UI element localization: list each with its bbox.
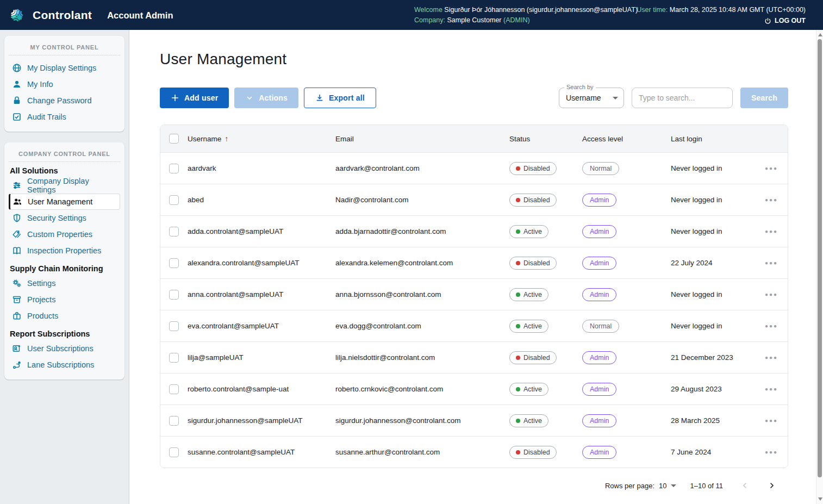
power-icon [764, 17, 771, 24]
brand-name: Controlant [33, 9, 92, 22]
sidebar-item-projects[interactable]: Projects [9, 291, 120, 308]
actions-button[interactable]: Actions [234, 88, 298, 108]
row-checkbox[interactable] [169, 195, 179, 205]
status-badge: Active [509, 225, 548, 238]
cell-username: adda.controlant@sampleUAT [188, 227, 335, 235]
table-row[interactable]: lilja@sampleUAT lilja.nielsdottir@contro… [160, 341, 788, 373]
sidebar-item-label: Products [27, 312, 58, 320]
scroll-up-arrow-icon[interactable] [818, 33, 822, 36]
row-actions-menu-icon[interactable]: ●●● [755, 418, 788, 424]
export-all-button[interactable]: Export all [304, 88, 376, 108]
row-checkbox[interactable] [169, 321, 179, 331]
sidebar-item-user-management[interactable]: User Management [9, 194, 120, 210]
users-table: Username ↑ Email Status Access level Las… [160, 125, 788, 468]
previous-page-button[interactable] [740, 481, 749, 490]
column-header-username[interactable]: Username ↑ [188, 134, 335, 143]
status-badge: Active [509, 414, 548, 427]
column-header-last-login[interactable]: Last login [671, 135, 755, 143]
access-badge: Admin [582, 383, 616, 396]
cell-email: eva.dogg@controlant.com [335, 322, 509, 330]
cell-last-login: Never logged in [671, 227, 755, 235]
status-badge: Disabled [509, 194, 557, 207]
cell-last-login: 7 June 2024 [671, 448, 755, 456]
cell-username: abed [188, 196, 335, 204]
table-row[interactable]: eva.controlant@sampleUAT eva.dogg@contro… [160, 310, 788, 341]
select-all-checkbox[interactable] [169, 134, 179, 144]
sidebar-item-inspection-properties[interactable]: Inspection Properties [9, 242, 120, 259]
column-header-email[interactable]: Email [335, 135, 509, 143]
row-checkbox[interactable] [169, 164, 179, 173]
table-row[interactable]: adda.controlant@sampleUAT adda.bjarnadot… [160, 215, 788, 247]
row-actions-menu-icon[interactable]: ●●● [755, 386, 788, 392]
sidebar-item-change-password[interactable]: Change Password [9, 92, 120, 109]
sidebar-item-settings[interactable]: Settings [9, 275, 120, 291]
sidebar-item-audit-trails[interactable]: Audit Trails [9, 109, 120, 125]
table-row[interactable]: sigurdur.johannesson@sampleUAT sigurdur.… [160, 405, 788, 436]
row-actions-menu-icon[interactable]: ●●● [755, 354, 788, 360]
search-by-value: Username [566, 94, 613, 102]
row-checkbox[interactable] [169, 258, 179, 268]
welcome-line: Welcome Sigurður Þór Jóhannesson (sigurd… [414, 5, 638, 15]
search-button[interactable]: Search [740, 88, 788, 108]
search-input[interactable] [632, 88, 733, 108]
add-user-button[interactable]: Add user [160, 88, 229, 108]
access-badge: Admin [582, 257, 616, 270]
row-actions-menu-icon[interactable]: ●●● [755, 449, 788, 455]
table-row[interactable]: abed Nadir@controlant.com Disabled Admin… [160, 184, 788, 215]
company-control-panel: COMPANY CONTROL PANEL All Solutions Comp… [4, 142, 124, 379]
sidebar-item-label: Inspection Properties [27, 246, 101, 255]
cell-username: susanne.controlant@sampleUAT [188, 448, 335, 456]
cell-email: susanne.arthur@controlant.com [335, 448, 509, 456]
search-by-select[interactable]: Search by Username [559, 88, 624, 108]
row-checkbox[interactable] [169, 353, 179, 363]
vertical-scrollbar[interactable] [816, 30, 823, 504]
scroll-down-arrow-icon[interactable] [818, 497, 822, 501]
main-content: User Management Add user Actions Export … [129, 30, 823, 504]
row-actions-menu-icon[interactable]: ●●● [755, 228, 788, 234]
cell-email: sigurdur.johannesson@controlant.com [335, 416, 509, 425]
cell-email: roberto.crnkovic@controlant.com [335, 385, 509, 393]
status-badge: Disabled [509, 162, 557, 175]
row-actions-menu-icon[interactable]: ●●● [755, 291, 788, 297]
rows-per-page-label: Rows per page: [605, 482, 654, 490]
next-page-button[interactable] [768, 481, 776, 490]
table-row[interactable]: roberto.controlant@sample-uat roberto.cr… [160, 373, 788, 405]
row-checkbox[interactable] [169, 416, 179, 426]
cell-last-login: Never logged in [671, 290, 755, 298]
caret-down-icon [671, 484, 676, 487]
row-actions-menu-icon[interactable]: ●●● [755, 165, 788, 171]
logout-label: LOG OUT [775, 16, 806, 26]
table-row[interactable]: susanne.controlant@sampleUAT susanne.art… [160, 436, 788, 468]
table-row[interactable]: aardvark aardvark@controlant.com Disable… [160, 152, 788, 184]
user-card-icon [12, 344, 22, 353]
logout-button[interactable]: LOG OUT [764, 16, 806, 26]
scrollbar-thumb[interactable] [818, 39, 822, 477]
app-title: Account Admin [107, 10, 173, 21]
sidebar-item-my-display-settings[interactable]: My Display Settings [9, 60, 120, 76]
pagination-range: 1–10 of 11 [690, 482, 723, 490]
row-checkbox[interactable] [169, 290, 179, 300]
row-checkbox[interactable] [169, 384, 179, 394]
rows-per-page-select[interactable]: 10 [659, 482, 676, 490]
user-time-value: March 28, 2025 10:48 AM GMT (UTC+00:00) [670, 6, 806, 14]
row-actions-menu-icon[interactable]: ●●● [755, 260, 788, 266]
table-row[interactable]: alexandra.controlant@sampleUAT alexandra… [160, 247, 788, 278]
column-header-access-level[interactable]: Access level [582, 135, 671, 143]
sidebar-item-my-info[interactable]: My Info [9, 76, 120, 92]
column-header-status[interactable]: Status [509, 135, 582, 143]
sidebar-item-company-display-settings[interactable]: Company Display Settings [9, 177, 120, 194]
row-actions-menu-icon[interactable]: ●●● [755, 197, 788, 203]
row-checkbox[interactable] [169, 227, 179, 237]
row-checkbox[interactable] [169, 447, 179, 457]
globe-icon [12, 63, 22, 73]
cell-username: eva.controlant@sampleUAT [188, 322, 335, 330]
sidebar-item-user-subscriptions[interactable]: User Subscriptions [9, 340, 120, 357]
sidebar-item-products[interactable]: Products [9, 308, 120, 324]
sidebar-item-lane-subscriptions[interactable]: Lane Subscriptions [9, 357, 120, 373]
row-actions-menu-icon[interactable]: ●●● [755, 323, 788, 329]
sidebar-item-security-settings[interactable]: Security Settings [9, 210, 120, 226]
tags-icon [12, 229, 22, 239]
user-time-line: User time: March 28, 2025 10:48 AM GMT (… [637, 5, 806, 15]
table-row[interactable]: anna.controlant@sampleUAT anna.bjornsson… [160, 278, 788, 310]
sidebar-item-custom-properties[interactable]: Custom Properties [9, 226, 120, 242]
